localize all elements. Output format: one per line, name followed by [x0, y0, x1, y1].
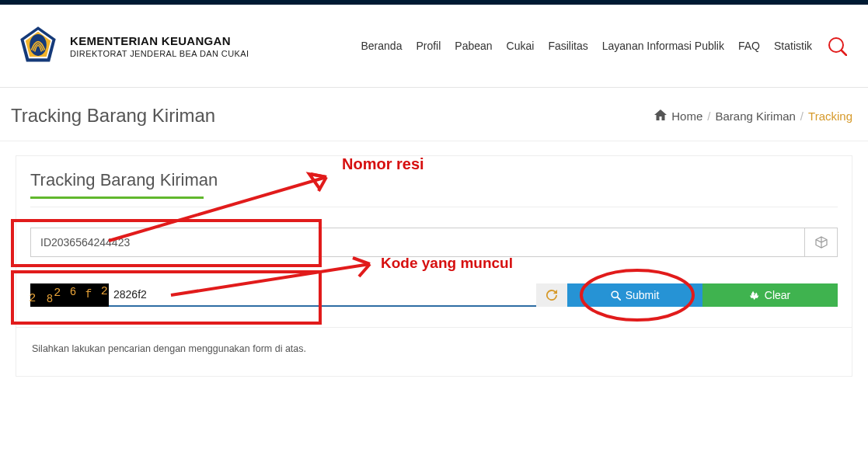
tracking-addon-button[interactable]: [805, 228, 838, 257]
captcha-refresh-button[interactable]: [536, 283, 567, 307]
breadcrumb: Home / Barang Kiriman / Tracking: [654, 110, 852, 123]
logo-block: KEMENTERIAN KEUANGAN DIREKTORAT JENDERAL…: [17, 25, 249, 67]
search-button[interactable]: [826, 35, 848, 57]
search-icon: [827, 36, 847, 56]
ministry-logo-icon: [17, 25, 59, 67]
svg-line-12: [353, 258, 370, 264]
home-icon: [654, 110, 667, 123]
main-nav: Beranda Profil Pabean Cukai Fasilitas La…: [361, 35, 848, 57]
cube-icon: [815, 236, 828, 249]
svg-line-5: [842, 50, 846, 55]
breadcrumb-mid[interactable]: Barang Kiriman: [715, 110, 795, 123]
clear-label: Clear: [765, 289, 790, 301]
breadcrumb-sep: /: [707, 110, 710, 123]
nav-pabean[interactable]: Pabean: [455, 40, 492, 52]
title-bar: Tracking Barang Kiriman Home / Barang Ki…: [0, 88, 868, 141]
refresh-icon: [546, 290, 557, 301]
nav-fasilitas[interactable]: Fasilitas: [548, 40, 587, 52]
nav-layanan[interactable]: Layanan Informasi Publik: [602, 40, 724, 52]
nav-faq[interactable]: FAQ: [738, 40, 760, 52]
site-header: KEMENTERIAN KEUANGAN DIREKTORAT JENDERAL…: [0, 5, 868, 88]
breadcrumb-sep: /: [800, 110, 804, 123]
clear-button[interactable]: Clear: [702, 283, 838, 307]
annotation-arrow-kode: [16, 155, 404, 326]
org-title: KEMENTERIAN KEUANGAN: [70, 34, 249, 47]
nav-cukai[interactable]: Cukai: [507, 40, 535, 52]
breadcrumb-active: Tracking: [808, 110, 852, 123]
page-title: Tracking Barang Kiriman: [11, 105, 215, 127]
recycle-icon: [750, 290, 760, 301]
nav-profil[interactable]: Profil: [416, 40, 441, 52]
breadcrumb-home[interactable]: Home: [671, 110, 702, 123]
annotation-ellipse-submit: [575, 266, 699, 328]
svg-point-14: [581, 270, 693, 320]
svg-line-11: [171, 264, 370, 295]
help-text: Silahkan lakukan pencarian dengan menggu…: [30, 328, 838, 354]
nav-statistik[interactable]: Statistik: [774, 40, 812, 52]
nav-beranda[interactable]: Beranda: [361, 40, 402, 52]
org-subtitle: DIREKTORAT JENDERAL BEA DAN CUKAI: [70, 49, 249, 58]
